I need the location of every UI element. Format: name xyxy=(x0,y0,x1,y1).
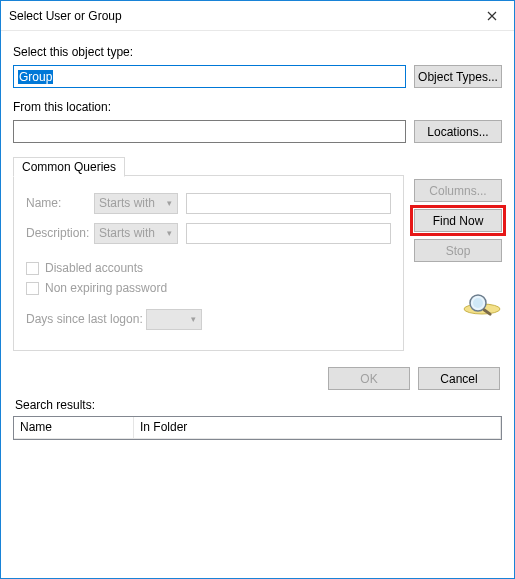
search-results-label: Search results: xyxy=(15,398,502,412)
tab-common-queries[interactable]: Common Queries xyxy=(13,157,125,177)
days-since-logon-combo: ▾ xyxy=(146,309,202,330)
find-now-button[interactable]: Find Now xyxy=(414,209,502,232)
results-header: Name In Folder xyxy=(14,417,501,439)
description-filter-label: Description: xyxy=(26,226,94,240)
cancel-button[interactable]: Cancel xyxy=(418,367,500,390)
checkbox-icon xyxy=(26,282,39,295)
close-icon xyxy=(487,11,497,21)
dialog-select-user-or-group: Select User or Group Select this object … xyxy=(0,0,515,579)
days-since-logon-label: Days since last logon: xyxy=(26,312,146,326)
dialog-body: Select this object type: Group Object Ty… xyxy=(1,31,514,448)
svg-point-2 xyxy=(473,298,483,308)
name-mode-combo: Starts with▾ xyxy=(94,193,178,214)
magnifier-icon xyxy=(462,291,502,321)
side-buttons: Columns... Find Now Stop xyxy=(414,175,502,351)
object-type-label: Select this object type: xyxy=(13,45,502,59)
object-type-field[interactable]: Group xyxy=(13,65,406,88)
stop-button: Stop xyxy=(414,239,502,262)
name-filter-label: Name: xyxy=(26,196,94,210)
chevron-down-icon: ▾ xyxy=(167,198,172,208)
description-mode-combo: Starts with▾ xyxy=(94,223,178,244)
column-in-folder[interactable]: In Folder xyxy=(134,417,501,438)
chevron-down-icon: ▾ xyxy=(191,314,196,324)
location-field[interactable] xyxy=(13,120,406,143)
non-expiring-checkbox: Non expiring password xyxy=(26,278,391,298)
common-queries-panel: Common Queries Name: Starts with▾ Descri… xyxy=(13,175,404,351)
object-types-button[interactable]: Object Types... xyxy=(414,65,502,88)
titlebar: Select User or Group xyxy=(1,1,514,31)
description-filter-input xyxy=(186,223,391,244)
location-label: From this location: xyxy=(13,100,502,114)
disabled-accounts-checkbox: Disabled accounts xyxy=(26,258,391,278)
close-button[interactable] xyxy=(469,1,514,31)
results-grid: Name In Folder xyxy=(13,416,502,440)
locations-button[interactable]: Locations... xyxy=(414,120,502,143)
column-name[interactable]: Name xyxy=(14,417,134,438)
ok-button: OK xyxy=(328,367,410,390)
window-title: Select User or Group xyxy=(9,9,469,23)
columns-button: Columns... xyxy=(414,179,502,202)
name-filter-input xyxy=(186,193,391,214)
chevron-down-icon: ▾ xyxy=(167,228,172,238)
checkbox-icon xyxy=(26,262,39,275)
